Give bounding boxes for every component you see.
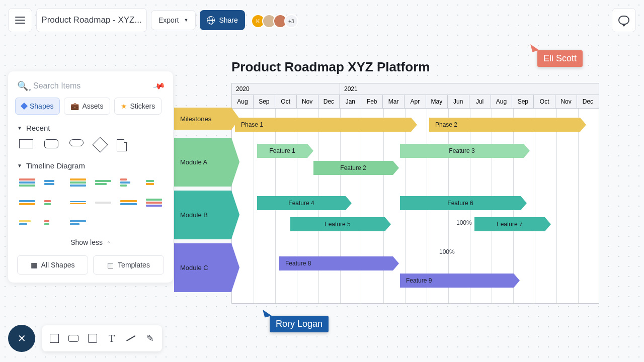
- month: Dec: [318, 95, 340, 108]
- search-input[interactable]: [33, 81, 149, 90]
- bar-feature3[interactable]: Feature 3: [400, 144, 524, 158]
- hamburger-icon: [15, 17, 25, 24]
- tool-text[interactable]: T: [103, 329, 121, 347]
- shapes-panel: 🔍 📌 Shapes 💼Assets ★Stickers ▼Recent ▼Ti…: [8, 71, 173, 283]
- tab-assets[interactable]: 💼Assets: [64, 98, 110, 115]
- roadmap-row-labels: Milestones Module A Module B Module C: [174, 108, 231, 296]
- globe-icon: [207, 16, 215, 24]
- document-title[interactable]: Product Roadmap - XYZ...: [36, 8, 147, 32]
- tool-note[interactable]: [84, 329, 102, 347]
- chevron-up-icon: ⌃: [107, 241, 111, 246]
- cursor-eli-scott: Eli Scott: [537, 50, 583, 67]
- timeline-template-14[interactable]: [43, 216, 61, 229]
- timeline-template-15[interactable]: [69, 216, 87, 229]
- bar-feature1[interactable]: Feature 1: [257, 144, 307, 158]
- timeline-template-12[interactable]: [145, 196, 163, 209]
- row-module-c[interactable]: Module C: [174, 243, 231, 292]
- tool-rectangle[interactable]: [45, 329, 63, 347]
- timeline-template-11[interactable]: [119, 196, 137, 209]
- show-less-button[interactable]: Show less ⌃: [8, 234, 173, 250]
- bar-phase2[interactable]: Phase 2: [429, 118, 580, 132]
- timeline-template-8[interactable]: [43, 196, 61, 209]
- share-label: Share: [219, 16, 237, 24]
- month: Jan: [340, 95, 361, 108]
- star-icon: ★: [121, 102, 127, 110]
- cursor-rory-logan: Rory Logan: [270, 316, 329, 332]
- share-button[interactable]: Share: [200, 10, 245, 30]
- template-icon: ▥: [107, 261, 114, 269]
- grid-icon: ▦: [31, 261, 37, 269]
- assets-icon: 💼: [70, 102, 79, 110]
- avatar-more[interactable]: +3: [284, 14, 298, 28]
- export-label: Export: [158, 16, 179, 24]
- caret-icon: ▼: [17, 163, 22, 168]
- month: Mar: [383, 95, 405, 108]
- timeline-template-1[interactable]: [18, 176, 36, 189]
- bar-feature8[interactable]: Feature 8: [279, 256, 393, 270]
- timeline-template-5[interactable]: [119, 176, 137, 189]
- export-button[interactable]: Export ▼: [151, 10, 196, 30]
- timeline-template-2[interactable]: [43, 176, 61, 189]
- bar-feature5[interactable]: Feature 5: [290, 217, 385, 231]
- search-icon[interactable]: 🔍: [17, 80, 28, 92]
- row-milestones[interactable]: Milestones: [174, 108, 231, 130]
- shape-rounded-rect[interactable]: [44, 139, 58, 148]
- month: May: [426, 95, 448, 108]
- timeline-section[interactable]: ▼Timeline Diagram: [8, 157, 173, 174]
- row-module-a[interactable]: Module A: [174, 138, 231, 187]
- highlighter-icon: ✎: [146, 333, 154, 344]
- tab-shapes[interactable]: Shapes: [15, 98, 60, 115]
- shape-icon: [21, 103, 28, 110]
- month: Dec: [577, 95, 599, 108]
- menu-button[interactable]: [8, 8, 32, 32]
- year-2020: 2020: [232, 83, 340, 95]
- all-shapes-button[interactable]: ▦All Shapes: [17, 255, 88, 275]
- chat-icon: [618, 16, 629, 25]
- timeline-template-7[interactable]: [18, 196, 36, 209]
- timeline-template-4[interactable]: [94, 176, 112, 189]
- card-icon: [68, 335, 78, 342]
- bar-feature4[interactable]: Feature 4: [257, 196, 346, 210]
- month: Oct: [275, 95, 297, 108]
- close-icon: ✕: [18, 332, 26, 344]
- timeline-template-3[interactable]: [69, 176, 87, 189]
- shape-pill[interactable]: [69, 139, 84, 146]
- bar-feature2[interactable]: Feature 2: [313, 161, 393, 175]
- pin-icon[interactable]: 📌: [152, 79, 166, 93]
- timeline-template-10[interactable]: [94, 196, 112, 209]
- chevron-down-icon: ▼: [184, 18, 188, 23]
- month: Aug: [232, 95, 254, 108]
- bar-feature9[interactable]: Feature 9: [400, 274, 514, 288]
- month: Jun: [448, 95, 469, 108]
- month: Nov: [555, 95, 577, 108]
- top-toolbar: Product Roadmap - XYZ... Export ▼ Share …: [8, 8, 298, 32]
- caret-icon: ▼: [17, 125, 22, 131]
- tab-stickers[interactable]: ★Stickers: [114, 98, 162, 115]
- month: Sep: [512, 95, 534, 108]
- shape-diamond[interactable]: [92, 137, 108, 152]
- month: Apr: [405, 95, 426, 108]
- note-icon: [88, 334, 97, 343]
- timeline-template-13[interactable]: [18, 216, 36, 229]
- bar-feature7[interactable]: Feature 7: [474, 217, 545, 231]
- bar-feature6[interactable]: Feature 6: [400, 196, 521, 210]
- tool-highlight[interactable]: ✎: [141, 329, 159, 347]
- timeline-template-6[interactable]: [145, 176, 163, 189]
- close-fab[interactable]: ✕: [8, 325, 35, 352]
- timeline-template-9[interactable]: [69, 196, 87, 209]
- roadmap-chart[interactable]: Product Roadmap XYZ Platform 2020 2021 A…: [231, 59, 599, 304]
- month: Aug: [491, 95, 513, 108]
- templates-button[interactable]: ▥Templates: [93, 255, 164, 275]
- collaborator-avatars: K +3: [251, 10, 298, 32]
- rectangle-icon: [50, 334, 59, 343]
- month: Oct: [534, 95, 555, 108]
- recent-section[interactable]: ▼Recent: [8, 120, 173, 136]
- shape-rectangle[interactable]: [19, 139, 33, 148]
- tool-card[interactable]: [64, 329, 83, 347]
- tool-line[interactable]: [122, 329, 140, 347]
- shape-document[interactable]: [117, 139, 127, 151]
- row-module-b[interactable]: Module B: [174, 191, 231, 239]
- progress-feature7: 100%: [456, 219, 472, 226]
- chat-button[interactable]: [612, 8, 636, 32]
- bar-phase1[interactable]: Phase 1: [235, 118, 411, 132]
